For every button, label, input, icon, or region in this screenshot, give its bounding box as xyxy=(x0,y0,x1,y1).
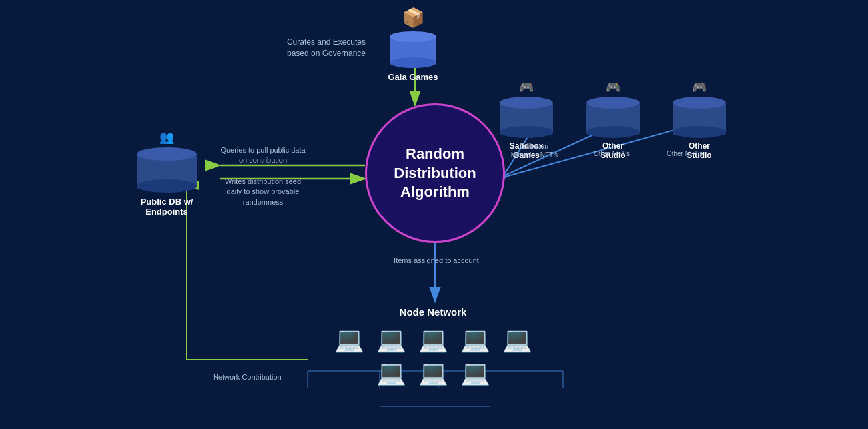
other-studio-1-cylinder xyxy=(586,97,640,138)
node-7: 💻 xyxy=(418,359,448,387)
gala-games-icon: 📦 xyxy=(402,7,425,29)
node-2: 💻 xyxy=(376,326,406,354)
rda-circle: Random Distribution Algorithm xyxy=(365,103,505,243)
laptop-icon-3: 💻 xyxy=(418,326,448,354)
other-nft1-label: Other NFT's xyxy=(588,150,635,157)
public-db-cylinder xyxy=(137,147,197,193)
other-nft2-label: Other NFT's xyxy=(661,150,708,157)
townstar-nft-label: Townstar/Mirandus NFT's xyxy=(508,142,561,159)
node-3: 💻 xyxy=(418,326,448,354)
laptop-icon-2: 💻 xyxy=(376,326,406,354)
diagram: 📦 Gala Games Curates and Executes based … xyxy=(0,0,868,429)
laptop-icon-7: 💻 xyxy=(418,359,448,387)
nodes-row-1: 💻 💻 💻 💻 💻 xyxy=(260,326,606,354)
laptop-icon-1: 💻 xyxy=(334,326,364,354)
public-db-node: 👥 Public DB w/ Endpoints xyxy=(123,130,210,216)
other-studio-2-node: 🎮 OtherStudio xyxy=(666,80,733,160)
network-contribution-label: Network Contribution xyxy=(213,373,282,381)
node-1: 💻 xyxy=(334,326,364,354)
people-icon: 👥 xyxy=(137,130,197,145)
laptop-icon-8: 💻 xyxy=(460,359,490,387)
node-4: 💻 xyxy=(460,326,490,354)
laptop-icon-4: 💻 xyxy=(460,326,490,354)
laptop-icon-5: 💻 xyxy=(502,326,532,354)
nodes-row-2: 💻 💻 💻 xyxy=(260,359,606,387)
sandbox-gamepad-icon: 🎮 xyxy=(519,80,534,95)
public-db-label: Public DB w/ Endpoints xyxy=(123,197,210,216)
node-8: 💻 xyxy=(460,359,490,387)
other-studio-2-gamepad-icon: 🎮 xyxy=(692,80,707,95)
other-studio-2-cylinder xyxy=(673,97,726,138)
rda-label: Random Distribution Algorithm xyxy=(367,138,503,209)
gala-games-node: 📦 Gala Games xyxy=(373,7,453,82)
gala-games-cylinder xyxy=(390,31,436,68)
other-studio-1-node: 🎮 OtherStudio xyxy=(580,80,646,160)
other-studio-1-gamepad-icon: 🎮 xyxy=(606,80,620,95)
curates-text: Curates and Executes based on Governance xyxy=(286,37,366,59)
node-network-section: Node Network 💻 💻 💻 💻 💻 💻 xyxy=(260,306,606,387)
node-network-label: Node Network xyxy=(260,306,606,318)
gala-games-label: Gala Games xyxy=(388,72,438,82)
laptop-icon-6: 💻 xyxy=(376,359,406,387)
node-5: 💻 xyxy=(502,326,532,354)
items-assigned-label: Items assigned to account xyxy=(390,256,483,264)
node-6: 💻 xyxy=(376,359,406,387)
queries-annotation: Queries to pull public data on contribut… xyxy=(220,145,306,166)
writes-annotation: Writes distribution seed daily to show p… xyxy=(220,177,306,207)
sandbox-cylinder xyxy=(500,97,553,138)
